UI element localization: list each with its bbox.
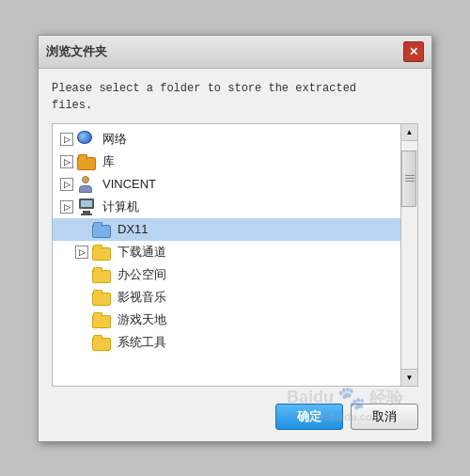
expander-placeholder-media bbox=[75, 291, 88, 304]
tree-item-label-office: 办公空间 bbox=[118, 266, 166, 283]
tree-item-network[interactable]: ▷ 网络 bbox=[53, 128, 400, 151]
confirm-button[interactable]: 确定 bbox=[275, 404, 343, 430]
expander-placeholder-games bbox=[75, 313, 88, 326]
person-icon bbox=[77, 176, 98, 193]
cancel-button[interactable]: 取消 bbox=[351, 404, 418, 430]
computer-icon bbox=[77, 198, 98, 215]
folder-icon-download bbox=[92, 244, 113, 261]
scrollbar-track: ▲ ▼ bbox=[400, 124, 417, 386]
tree-item-games[interactable]: 游戏天地 bbox=[53, 309, 400, 331]
browse-folder-dialog: 浏览文件夹 ✕ Please select a folder to store … bbox=[38, 35, 432, 442]
folder-icon-office bbox=[92, 266, 113, 283]
tree-item-label-network: 网络 bbox=[102, 131, 127, 148]
description-text: Please select a folder to store the extr… bbox=[52, 80, 418, 114]
tree-item-download[interactable]: ▷ 下载通道 bbox=[53, 241, 400, 263]
scrollbar-up-button[interactable]: ▲ bbox=[401, 124, 418, 141]
title-bar: 浏览文件夹 ✕ bbox=[39, 36, 431, 69]
scrollbar-grip bbox=[405, 175, 415, 182]
expander-placeholder-system bbox=[75, 336, 88, 349]
folder-icon-games bbox=[92, 311, 113, 328]
tree-item-vincent[interactable]: ▷ VINCENT bbox=[53, 173, 400, 196]
scrollbar-thumb[interactable] bbox=[401, 151, 416, 207]
tree-item-label-library: 库 bbox=[102, 153, 115, 170]
folder-tree[interactable]: ▷ 网络 ▷ 库 ▷ bbox=[53, 124, 400, 386]
folder-icon-media bbox=[92, 289, 113, 306]
tree-item-label-games: 游戏天地 bbox=[118, 311, 166, 328]
tree-item-label-download: 下载通道 bbox=[118, 244, 166, 261]
network-icon bbox=[77, 131, 98, 148]
expander-network[interactable]: ▷ bbox=[60, 133, 73, 146]
close-button[interactable]: ✕ bbox=[403, 41, 424, 62]
grip-line-1 bbox=[405, 175, 415, 176]
expander-library[interactable]: ▷ bbox=[60, 155, 73, 168]
tree-item-dx11[interactable]: DX11 bbox=[53, 218, 400, 241]
scrollbar-down-button[interactable]: ▼ bbox=[401, 369, 418, 386]
grip-line-3 bbox=[405, 181, 415, 182]
folder-selected-icon bbox=[92, 221, 113, 238]
expander-computer[interactable]: ▷ bbox=[60, 200, 73, 214]
tree-item-label-dx11: DX11 bbox=[118, 222, 149, 236]
library-icon bbox=[77, 153, 98, 170]
tree-item-label-vincent: VINCENT bbox=[102, 177, 156, 191]
tree-item-office[interactable]: 办公空间 bbox=[53, 263, 400, 286]
folder-tree-container: ▷ 网络 ▷ 库 ▷ bbox=[52, 123, 418, 387]
dialog-body: Please select a folder to store the extr… bbox=[39, 69, 431, 396]
tree-item-system[interactable]: 系统工具 bbox=[53, 331, 400, 354]
expander-placeholder-dx11 bbox=[75, 223, 88, 236]
expander-placeholder-office bbox=[75, 268, 88, 281]
dialog-title: 浏览文件夹 bbox=[46, 43, 107, 60]
folder-icon-system bbox=[92, 334, 113, 351]
tree-item-library[interactable]: ▷ 库 bbox=[53, 151, 400, 173]
expander-vincent[interactable]: ▷ bbox=[60, 178, 73, 191]
tree-item-computer[interactable]: ▷ 计算机 bbox=[53, 196, 400, 218]
dialog-footer: Baidu 🐾 经验 yan.baidu.com 确定 取消 bbox=[39, 396, 431, 441]
tree-item-label-computer: 计算机 bbox=[102, 198, 139, 215]
tree-item-media[interactable]: 影视音乐 bbox=[53, 286, 400, 309]
tree-item-label-system: 系统工具 bbox=[118, 334, 166, 351]
scrollbar-thumb-area bbox=[401, 141, 417, 369]
tree-item-label-media: 影视音乐 bbox=[118, 289, 166, 306]
expander-download[interactable]: ▷ bbox=[75, 246, 88, 259]
grip-line-2 bbox=[405, 178, 415, 179]
